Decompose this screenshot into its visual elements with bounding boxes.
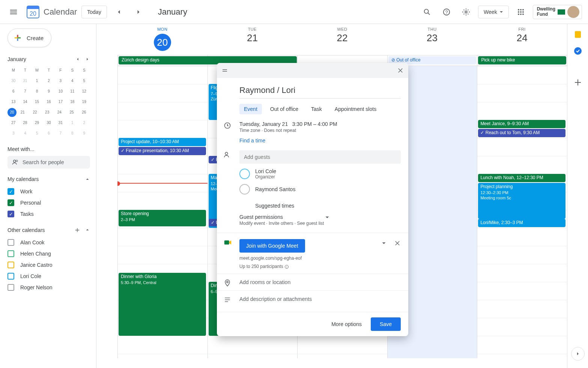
prev-period-button[interactable] [111, 4, 126, 19]
mini-date[interactable]: 10 [55, 86, 66, 97]
guest-item[interactable]: Raymond Santos [239, 184, 295, 194]
mini-date[interactable]: 5 [31, 128, 43, 139]
event-title-input[interactable] [239, 84, 401, 99]
mini-date[interactable]: 6 [43, 128, 54, 139]
user-avatar[interactable] [567, 6, 579, 18]
calendar-item[interactable]: Janice Castro [8, 259, 90, 271]
view-selector[interactable]: Week [478, 6, 509, 18]
event[interactable]: Lori/Mike, 2:30–3 PM [478, 219, 565, 227]
allday-event[interactable]: Pick up new bike [478, 56, 566, 64]
mini-date[interactable]: 17 [55, 97, 66, 107]
event-type-tab[interactable]: Appointment slots [330, 104, 381, 114]
event[interactable]: Project update, 10–10:30 AM [119, 138, 206, 146]
mini-date[interactable]: 31 [19, 76, 31, 86]
mini-date[interactable]: 16 [43, 97, 54, 107]
mini-calendar[interactable]: MTWTFSS303112345678910111213141516171819… [8, 65, 90, 139]
calendar-item[interactable]: Helen Chang [8, 248, 90, 259]
calendar-item[interactable]: Lori Cole [8, 271, 90, 282]
add-guests-input[interactable] [239, 150, 401, 164]
day-header[interactable]: FRI24 [477, 24, 567, 55]
remove-meet-icon[interactable] [394, 240, 401, 247]
mini-date[interactable]: 13 [8, 97, 19, 107]
guest-item[interactable]: Lori ColeOrganizer [239, 168, 295, 180]
help-icon[interactable]: ? [439, 4, 454, 19]
day-column-mon[interactable]: Project update, 10–10:30 AM ✓ Finalize p… [117, 66, 208, 358]
mini-date[interactable]: 19 [78, 97, 90, 107]
search-icon[interactable] [420, 4, 435, 19]
checkbox-icon[interactable] [8, 284, 14, 291]
mini-date[interactable]: 30 [43, 118, 54, 128]
mini-date[interactable]: 9 [43, 86, 54, 97]
mini-prev-icon[interactable] [75, 57, 80, 62]
mini-date[interactable]: 2 [78, 118, 90, 128]
event-task[interactable]: ✓ Reach out to Tom, 9:30 AM [478, 129, 565, 137]
collapse-rail-icon[interactable] [571, 347, 585, 361]
meet-link[interactable]: meet.google.com/spg-egha-eof [239, 256, 401, 261]
save-button[interactable]: Save [371, 317, 401, 331]
mini-date[interactable]: 4 [19, 128, 31, 139]
mini-date[interactable]: 4 [66, 76, 78, 86]
timezone-repeat[interactable]: Time zone · Does not repeat [239, 128, 337, 133]
mini-date[interactable]: 14 [19, 97, 31, 107]
mini-date[interactable]: 3 [8, 128, 19, 139]
event[interactable]: Store opening2–3 PM [119, 210, 206, 226]
mini-date[interactable]: 9 [78, 128, 90, 139]
mini-date[interactable]: 28 [19, 118, 31, 128]
google-apps-icon[interactable] [513, 4, 528, 19]
mini-date[interactable]: 21 [17, 107, 29, 118]
settings-icon[interactable] [459, 4, 474, 19]
mini-date[interactable]: 15 [31, 97, 43, 107]
day-header[interactable]: TUE21 [208, 24, 298, 55]
day-header[interactable]: THU23 [387, 24, 477, 55]
mini-date[interactable]: 11 [66, 86, 78, 97]
suggested-times-link[interactable]: Suggested times [255, 203, 294, 209]
other-calendars-header[interactable]: Other calendars [8, 227, 90, 233]
mini-date[interactable]: 6 [8, 86, 19, 97]
mini-date[interactable]: 29 [31, 118, 43, 128]
checkbox-icon[interactable] [8, 239, 14, 246]
checkbox-icon[interactable] [8, 262, 14, 268]
mini-date[interactable]: 22 [29, 107, 41, 118]
add-calendar-icon[interactable] [74, 227, 80, 233]
mini-date[interactable]: 24 [53, 107, 66, 118]
day-column-fri[interactable]: Meet Janice, 9–9:30 AM ✓ Reach out to To… [477, 66, 567, 358]
mini-date[interactable]: 20 [8, 108, 17, 117]
today-button[interactable]: Today [81, 6, 107, 18]
checkbox-icon[interactable]: ✓ [8, 211, 14, 217]
mini-date[interactable]: 1 [66, 118, 78, 128]
checkbox-icon[interactable]: ✓ [8, 199, 14, 206]
checkbox-icon[interactable] [8, 250, 14, 257]
mini-date[interactable]: 8 [66, 128, 78, 139]
calendar-item[interactable]: ✓Personal [8, 197, 90, 208]
mini-date[interactable]: 3 [55, 76, 66, 86]
add-location-row[interactable]: Add rooms or location [217, 274, 408, 290]
mini-date[interactable]: 8 [31, 86, 43, 97]
mini-date[interactable]: 26 [78, 107, 90, 118]
keep-icon[interactable] [573, 30, 582, 39]
search-people-input[interactable]: Search for people [8, 156, 90, 169]
event[interactable]: Dinner with Gloria5:30–9 PM, Central [119, 273, 206, 336]
day-header[interactable]: MON20 [117, 24, 208, 55]
chevron-down-icon[interactable] [380, 240, 387, 247]
next-period-button[interactable] [131, 4, 146, 19]
drag-handle-icon[interactable] [221, 67, 228, 74]
create-button[interactable]: Create [8, 28, 51, 47]
checkbox-icon[interactable]: ✓ [8, 188, 14, 195]
calendar-item[interactable]: ✓Work [8, 186, 90, 197]
mini-date[interactable]: 1 [31, 76, 43, 86]
mini-date[interactable]: 12 [78, 86, 90, 97]
calendar-item[interactable]: Roger Nelson [8, 282, 90, 293]
calendar-item[interactable]: ✓Tasks [8, 208, 90, 220]
day-header[interactable]: WED22 [297, 24, 387, 55]
add-description-row[interactable]: Add description or attachments [217, 290, 408, 307]
mini-date[interactable]: 18 [66, 97, 78, 107]
mini-date[interactable]: 31 [55, 118, 66, 128]
find-time-link[interactable]: Find a time [239, 138, 337, 144]
add-addon-icon[interactable] [573, 78, 582, 87]
event-type-tab[interactable]: Task [307, 104, 326, 114]
mini-date[interactable]: 27 [8, 118, 19, 128]
event[interactable]: Project planning12:30–2:30 PMMeeting roo… [478, 183, 565, 219]
event[interactable]: Lunch with Noah, 12–12:30 PM [478, 174, 565, 182]
main-menu-icon[interactable] [6, 4, 21, 19]
mini-next-icon[interactable] [85, 57, 90, 62]
